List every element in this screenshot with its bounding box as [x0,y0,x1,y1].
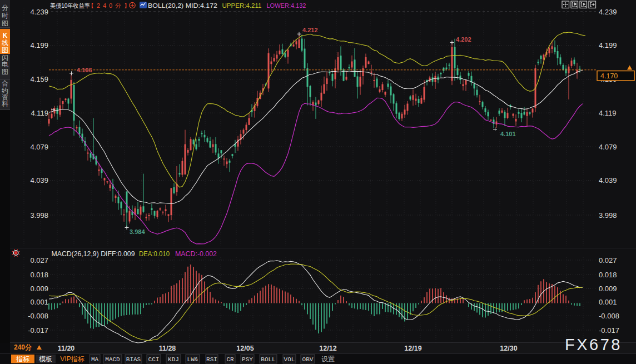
svg-text:0.018: 0.018 [30,271,48,279]
svg-text:LW&: LW& [187,356,198,363]
svg-text:BOLL: BOLL [261,356,275,363]
svg-text:4.079: 4.079 [30,143,48,151]
svg-text:3.998: 3.998 [30,211,48,220]
svg-text:4.101: 4.101 [500,131,516,137]
svg-text:0.018: 0.018 [599,271,617,279]
svg-text:4.212: 4.212 [302,27,318,33]
svg-text:图: 图 [2,46,8,54]
svg-text:4.039: 4.039 [599,176,617,185]
svg-text:图: 图 [2,68,8,76]
svg-text:-0.017: -0.017 [28,326,48,335]
svg-text:4.119: 4.119 [599,109,617,117]
svg-text:BIAS: BIAS [126,356,141,363]
svg-text:3.998: 3.998 [599,211,617,220]
svg-text:0.027: 0.027 [30,256,48,265]
svg-text:4.159: 4.159 [30,75,48,83]
svg-text:240分: 240分 [14,343,32,351]
svg-text:KDJ: KDJ [168,356,179,363]
svg-text:4.166: 4.166 [77,67,92,73]
svg-text:时: 时 [2,12,8,19]
svg-text:K: K [3,32,8,39]
svg-text:-0.008: -0.008 [599,312,619,320]
svg-text:VIP指标: VIP指标 [60,355,85,363]
svg-text:CCI: CCI [148,356,160,363]
svg-text:分: 分 [2,4,8,12]
svg-text:4.239: 4.239 [599,8,617,16]
svg-text:BOLL(20,2) MID:4.172: BOLL(20,2) MID:4.172 [148,2,217,9]
svg-text:图: 图 [2,19,8,27]
svg-text:4.119: 4.119 [31,109,48,117]
svg-text:0.027: 0.027 [599,256,617,265]
svg-text:MACD(26,12,9) DIFF:0.009: MACD(26,12,9) DIFF:0.009 [52,250,135,258]
svg-text:4.199: 4.199 [599,41,617,49]
svg-text:UPPER:4.211: UPPER:4.211 [222,2,262,9]
svg-text:11/20: 11/20 [58,345,75,352]
svg-text:12/30: 12/30 [500,345,517,352]
svg-text:LOWER:4.132: LOWER:4.132 [267,2,306,9]
svg-text:线: 线 [2,39,8,47]
svg-text:-0.008: -0.008 [28,312,48,320]
svg-text:DEA:0.010: DEA:0.010 [139,250,170,258]
svg-text:4.170: 4.170 [600,72,618,80]
svg-text:12/05: 12/05 [236,345,254,352]
svg-text:指标: 指标 [16,355,30,363]
svg-text:CR: CR [226,356,234,363]
svg-text:MA: MA [91,356,99,363]
svg-text:VOL: VOL [284,356,295,363]
svg-text:0.001: 0.001 [30,298,48,306]
svg-text:模板: 模板 [39,355,52,363]
svg-text:0.009: 0.009 [599,285,617,293]
svg-text:FX678: FX678 [565,336,622,353]
svg-text:MACD: MACD [105,356,120,363]
svg-text:3.984: 3.984 [130,228,145,235]
svg-text:0.001: 0.001 [599,298,617,306]
svg-text:设置: 设置 [321,355,335,363]
svg-text:料: 料 [2,100,8,108]
svg-text:0.009: 0.009 [30,285,48,293]
svg-text:PSY: PSY [242,356,253,363]
svg-text:12/12: 12/12 [319,345,336,352]
svg-text:4.199: 4.199 [30,41,48,49]
svg-text:4.079: 4.079 [599,143,617,151]
svg-text:4.202: 4.202 [456,36,471,43]
svg-text:-0.017: -0.017 [599,326,619,335]
svg-text:MACD:-0.002: MACD:-0.002 [175,250,217,258]
svg-text:4.239: 4.239 [30,8,48,16]
svg-text:4.039: 4.039 [30,176,48,185]
svg-text:OBV: OBV [302,356,314,363]
svg-text:11/28: 11/28 [159,345,176,352]
svg-text:RSI: RSI [206,356,217,363]
svg-text:美债10年收益率: 美债10年收益率 [50,2,90,9]
svg-text:12/19: 12/19 [404,345,421,352]
